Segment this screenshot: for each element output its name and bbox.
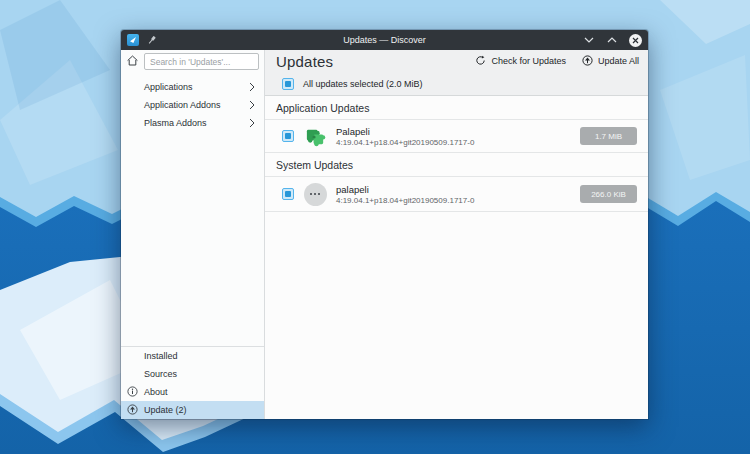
sidebar-item-applications[interactable]: Applications: [121, 78, 264, 96]
page-title: Updates: [276, 53, 333, 70]
update-all-button[interactable]: Update All: [582, 55, 639, 68]
package-version: 4:19.04.1+p18.04+git20190509.1717-0: [336, 196, 474, 205]
section-application-updates: Application Updates: [265, 96, 648, 119]
sidebar-item-plasma-addons[interactable]: Plasma Addons: [121, 114, 264, 132]
sidebar-item-label: Plasma Addons: [144, 118, 207, 128]
home-icon[interactable]: [126, 53, 139, 71]
select-all-checkbox[interactable]: [282, 78, 294, 90]
package-version: 4:19.04.1+p18.04+git20190509.1717-0: [336, 138, 474, 147]
summary-label: All updates selected (2.0 MiB): [303, 79, 423, 89]
sidebar-item-about[interactable]: About: [121, 383, 264, 401]
check-for-updates-label: Check for Updates: [491, 56, 566, 66]
maximize-button[interactable]: [605, 33, 619, 47]
chevron-right-icon: [249, 100, 255, 112]
sidebar-item-update[interactable]: Update (2): [121, 401, 264, 419]
info-icon: [127, 386, 138, 399]
refresh-icon: [475, 55, 486, 68]
sidebar-item-sources[interactable]: Sources: [121, 365, 264, 383]
size-badge: 266.0 KiB: [580, 185, 637, 203]
page-header: Updates Check for Updates: [265, 50, 648, 95]
row-checkbox[interactable]: [282, 130, 294, 142]
close-button[interactable]: [628, 33, 642, 47]
titlebar[interactable]: Updates — Discover: [121, 30, 648, 50]
update-row-palapeli-system[interactable]: palapeli 4:19.04.1+p18.04+git20190509.17…: [265, 177, 648, 211]
sidebar: Applications Application Addons Plasma A…: [121, 50, 265, 419]
discover-app-icon: [127, 34, 139, 46]
sidebar-item-application-addons[interactable]: Application Addons: [121, 96, 264, 114]
sidebar-item-label: Applications: [144, 82, 193, 92]
sidebar-item-label: Application Addons: [144, 100, 221, 110]
discover-window: Updates — Discover: [121, 30, 648, 419]
check-for-updates-button[interactable]: Check for Updates: [475, 55, 566, 68]
update-row-palapeli-app[interactable]: Palapeli 4:19.04.1+p18.04+git20190509.17…: [265, 120, 648, 152]
generic-package-icon: [303, 182, 327, 206]
search-input[interactable]: [144, 53, 259, 70]
sidebar-item-label: Sources: [144, 369, 177, 379]
sidebar-item-installed[interactable]: Installed: [121, 347, 264, 365]
pin-icon[interactable]: [147, 31, 157, 49]
row-checkbox[interactable]: [282, 188, 294, 200]
package-name: Palapeli: [336, 126, 474, 137]
update-all-icon: [582, 55, 593, 68]
main-content: Updates Check for Updates: [265, 50, 648, 419]
minimize-button[interactable]: [582, 33, 596, 47]
section-system-updates: System Updates: [265, 153, 648, 176]
update-icon: [127, 404, 138, 417]
window-title: Updates — Discover: [121, 35, 648, 45]
sidebar-item-label: Update (2): [144, 405, 187, 415]
chevron-right-icon: [249, 82, 255, 94]
sidebar-item-label: Installed: [144, 351, 178, 361]
update-all-label: Update All: [598, 56, 639, 66]
chevron-right-icon: [249, 118, 255, 130]
package-name: palapeli: [336, 184, 474, 195]
size-badge: 1.7 MiB: [580, 127, 637, 145]
close-icon: [629, 34, 642, 47]
palapeli-puzzle-icon: [303, 124, 327, 148]
empty-area: [265, 212, 648, 419]
sidebar-item-label: About: [144, 387, 168, 397]
all-updates-summary: All updates selected (2.0 MiB): [265, 72, 648, 95]
